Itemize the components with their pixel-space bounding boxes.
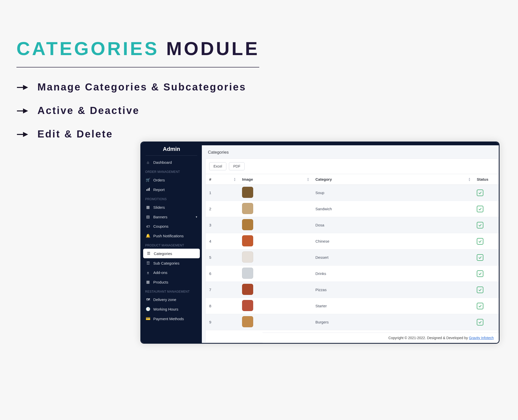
table-row: 2Sandwich xyxy=(206,201,499,217)
feature-item: Manage Categories & Subcategories xyxy=(16,81,497,93)
category-thumb xyxy=(242,300,253,311)
status-toggle[interactable] xyxy=(477,238,483,245)
svg-rect-6 xyxy=(146,189,147,191)
cell-status xyxy=(473,266,499,282)
sidebar-item-label: Dashboard xyxy=(153,160,172,165)
cell-index: 8 xyxy=(206,298,239,314)
cell-status xyxy=(473,298,499,314)
cell-category: Sandwich xyxy=(312,201,473,217)
sidebar-item-categories[interactable]: ☰ Categories xyxy=(143,249,200,258)
sidebar-item-delivery[interactable]: 🗺 Delivery zone xyxy=(141,295,202,304)
footer-link[interactable]: Gravity Infotech xyxy=(469,336,494,340)
status-toggle[interactable] xyxy=(477,222,483,228)
status-toggle[interactable] xyxy=(477,319,483,325)
category-thumb xyxy=(242,284,253,295)
cart-icon: 🛒 xyxy=(146,178,150,182)
status-toggle[interactable] xyxy=(477,190,483,196)
card-icon: 💳 xyxy=(146,316,150,321)
status-toggle[interactable] xyxy=(477,287,483,293)
cell-category: Pizzas xyxy=(312,282,473,298)
sidebar-item-sliders[interactable]: ▦ Sliders xyxy=(141,202,202,212)
cell-status xyxy=(473,201,499,217)
table-row: 8Starter xyxy=(206,298,499,314)
status-toggle[interactable] xyxy=(477,206,483,212)
export-pdf-button[interactable]: PDF xyxy=(229,162,245,170)
sidebar-item-label: Sliders xyxy=(153,205,165,209)
sidebar-item-payment[interactable]: 💳 Payment Methods xyxy=(141,314,202,323)
clock-icon: 🕒 xyxy=(146,307,150,311)
col-label: Image xyxy=(242,177,253,181)
status-toggle[interactable] xyxy=(477,270,483,277)
col-category[interactable]: Category ▲▼ xyxy=(312,174,473,185)
sidebar-section-restaurant: RESTAURANT MANAGEMENT xyxy=(141,287,202,295)
table-row: 1Soup xyxy=(206,185,499,201)
cell-index: 7 xyxy=(206,282,239,298)
sidebar-title: Admin xyxy=(141,142,202,155)
col-image[interactable]: Image ▲▼ xyxy=(239,174,312,185)
cell-index: 6 xyxy=(206,266,239,282)
heading-word-2: MODULE xyxy=(159,38,260,59)
cell-status xyxy=(473,233,499,249)
sliders-icon: ▦ xyxy=(146,205,150,209)
svg-marker-3 xyxy=(23,108,28,113)
list-icon: ☰ xyxy=(146,251,151,256)
cell-image xyxy=(239,266,312,282)
sidebar-item-label: Payment Methods xyxy=(153,317,184,321)
svg-rect-8 xyxy=(149,188,150,191)
cell-image xyxy=(239,249,312,266)
sidebar-section-promotions: PROMOTIONS xyxy=(141,194,202,202)
col-label: Category xyxy=(315,177,332,181)
status-toggle[interactable] xyxy=(477,254,483,261)
sidebar-item-coupons[interactable]: 🏷 Coupons xyxy=(141,222,202,231)
export-excel-button[interactable]: Excel xyxy=(209,162,226,170)
feature-item: Active & Deactive xyxy=(16,105,497,116)
map-icon: 🗺 xyxy=(146,297,150,302)
table-row: 6Drinks xyxy=(206,266,499,282)
sidebar-section-product: PRODUCT MANAGEMENT xyxy=(141,241,202,249)
sidebar-item-push[interactable]: 🔔 Push Notifications xyxy=(141,231,202,241)
chevron-down-icon: ▾ xyxy=(196,215,197,219)
sidebar-item-label: Push Notifications xyxy=(153,234,184,238)
home-icon: ⌂ xyxy=(146,160,150,165)
cell-image xyxy=(239,217,312,233)
cell-category: Soup xyxy=(312,185,473,201)
sort-icon: ▲▼ xyxy=(307,177,309,181)
cell-status xyxy=(473,249,499,266)
category-thumb xyxy=(242,268,253,279)
cell-category: Starter xyxy=(312,298,473,314)
sidebar-item-hours[interactable]: 🕒 Working Hours xyxy=(141,304,202,314)
sidebar-item-label: Report xyxy=(153,188,165,192)
feature-text: Edit & Delete xyxy=(37,128,113,140)
grid-icon: ▦ xyxy=(146,280,150,284)
category-thumb xyxy=(242,235,253,246)
sidebar-item-subcategories[interactable]: ☲ Sub Categories xyxy=(141,258,202,268)
sidebar-item-label: Working Hours xyxy=(153,307,178,311)
banners-icon: ▤ xyxy=(146,215,150,219)
feature-item: Edit & Delete xyxy=(16,128,497,140)
cell-image xyxy=(239,233,312,249)
sidebar-item-addons[interactable]: ± Add-ons xyxy=(141,268,202,277)
feature-text: Active & Deactive xyxy=(37,105,140,116)
cell-category: Dosa xyxy=(312,217,473,233)
sidebar-item-dashboard[interactable]: ⌂ Dashboard xyxy=(141,158,202,167)
bell-icon: 🔔 xyxy=(146,234,150,238)
tag-icon: 🏷 xyxy=(146,224,150,228)
category-thumb xyxy=(242,187,253,198)
sort-icon: ▲▼ xyxy=(233,177,236,181)
sidebar-item-products[interactable]: ▦ Products xyxy=(141,277,202,287)
sidebar-item-report[interactable]: Report xyxy=(141,185,202,194)
sidebar-item-label: Banners xyxy=(153,215,167,219)
svg-marker-5 xyxy=(23,132,28,137)
sidebar-item-orders[interactable]: 🛒 Orders xyxy=(141,175,202,185)
table-row: 3Dosa xyxy=(206,217,499,233)
col-index[interactable]: # ▲▼ xyxy=(206,174,239,185)
admin-panel: Admin ⌂ Dashboard ORDER MANAGEMENT 🛒 Ord… xyxy=(140,142,500,344)
category-thumb xyxy=(242,251,253,263)
sidebar-item-banners[interactable]: ▤ Banners ▾ xyxy=(141,212,202,222)
page-title: Categories xyxy=(202,145,499,158)
cell-index: 3 xyxy=(206,217,239,233)
category-thumb xyxy=(242,219,253,230)
cell-category: Burgers xyxy=(312,314,473,330)
status-toggle[interactable] xyxy=(477,303,483,309)
sidebar-item-label: Sub Categories xyxy=(153,261,179,265)
